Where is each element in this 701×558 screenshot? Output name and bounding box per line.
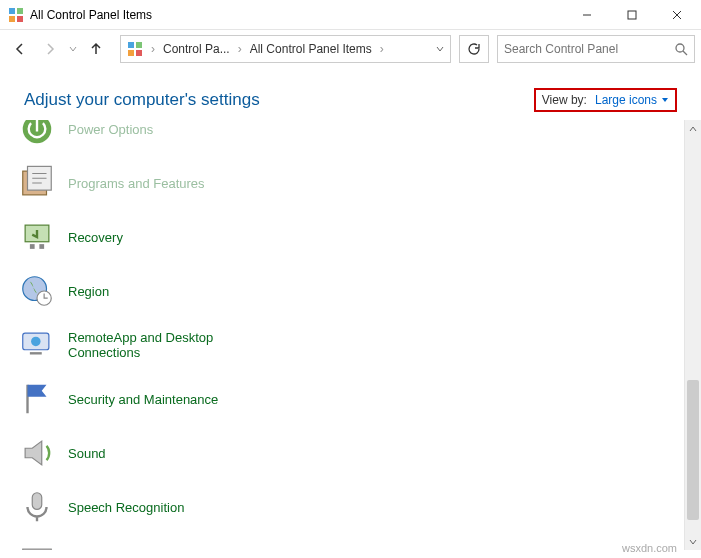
forward-button[interactable] bbox=[36, 35, 64, 63]
svg-point-24 bbox=[31, 337, 41, 347]
recovery-icon bbox=[18, 218, 56, 256]
region-icon bbox=[18, 272, 56, 310]
watermark: wsxdn.com bbox=[622, 542, 677, 554]
search-box[interactable] bbox=[497, 35, 695, 63]
svg-rect-26 bbox=[23, 549, 52, 550]
storage-icon bbox=[18, 542, 56, 550]
search-icon[interactable] bbox=[674, 42, 688, 56]
cpl-item-flag[interactable]: Security and Maintenance bbox=[14, 372, 254, 426]
navbar: › Control Pa... › All Control Panel Item… bbox=[0, 30, 701, 68]
cpl-item-label: Recovery bbox=[68, 230, 123, 245]
breadcrumb-root[interactable]: Control Pa... bbox=[157, 36, 236, 62]
svg-rect-8 bbox=[128, 42, 134, 48]
cpl-item-sound[interactable]: Sound bbox=[14, 426, 254, 480]
cpl-item-label: Region bbox=[68, 284, 109, 299]
scroll-thumb[interactable] bbox=[687, 380, 699, 520]
power-icon bbox=[18, 120, 56, 148]
titlebar: All Control Panel Items bbox=[0, 0, 701, 30]
mic-icon bbox=[18, 488, 56, 526]
refresh-button[interactable] bbox=[459, 35, 489, 63]
svg-rect-23 bbox=[30, 352, 42, 354]
flag-icon bbox=[18, 380, 56, 418]
svg-rect-10 bbox=[128, 50, 134, 56]
svg-rect-18 bbox=[30, 244, 35, 249]
cpl-item-label: Security and Maintenance bbox=[68, 392, 218, 407]
svg-rect-5 bbox=[628, 11, 636, 19]
cpl-item-power[interactable]: Power Options bbox=[14, 120, 254, 156]
cpl-item-label: Power Options bbox=[68, 122, 153, 137]
minimize-button[interactable] bbox=[564, 1, 609, 29]
scrollbar[interactable] bbox=[684, 120, 701, 550]
svg-line-13 bbox=[683, 51, 687, 55]
programs-icon bbox=[18, 164, 56, 202]
search-input[interactable] bbox=[504, 42, 674, 56]
svg-point-12 bbox=[676, 44, 684, 52]
cpl-item-label: Speech Recognition bbox=[68, 500, 184, 515]
svg-rect-11 bbox=[136, 50, 142, 56]
svg-rect-19 bbox=[39, 244, 44, 249]
close-button[interactable] bbox=[654, 1, 699, 29]
scroll-up-button[interactable] bbox=[685, 120, 701, 137]
cpl-item-remote[interactable]: RemoteApp and Desktop Connections bbox=[14, 318, 254, 372]
view-by-label: View by: bbox=[542, 93, 587, 107]
svg-rect-25 bbox=[32, 493, 42, 510]
history-dropdown[interactable] bbox=[66, 45, 80, 53]
chevron-right-icon[interactable]: › bbox=[149, 42, 157, 56]
chevron-down-icon bbox=[661, 96, 669, 104]
chevron-right-icon[interactable]: › bbox=[236, 42, 244, 56]
cpl-item-programs[interactable]: Programs and Features bbox=[14, 156, 254, 210]
page-title: Adjust your computer's settings bbox=[24, 90, 534, 110]
up-button[interactable] bbox=[82, 35, 110, 63]
cpl-item-label: Sound bbox=[68, 446, 106, 461]
scroll-down-button[interactable] bbox=[685, 533, 701, 550]
svg-rect-3 bbox=[17, 16, 23, 22]
breadcrumb-current[interactable]: All Control Panel Items bbox=[244, 36, 378, 62]
svg-rect-1 bbox=[17, 8, 23, 14]
items-grid: Power OptionsPrograms and FeaturesRecove… bbox=[0, 120, 680, 550]
sound-icon bbox=[18, 434, 56, 472]
cpl-item-label: Programs and Features bbox=[68, 176, 205, 191]
control-panel-icon bbox=[8, 7, 24, 23]
maximize-button[interactable] bbox=[609, 1, 654, 29]
cpl-item-recovery[interactable]: Recovery bbox=[14, 210, 254, 264]
svg-rect-9 bbox=[136, 42, 142, 48]
content-header: Adjust your computer's settings View by:… bbox=[0, 68, 701, 120]
svg-rect-2 bbox=[9, 16, 15, 22]
cpl-item-storage[interactable]: Storage Spaces bbox=[14, 534, 254, 550]
scroll-area: Power OptionsPrograms and FeaturesRecove… bbox=[0, 120, 701, 550]
address-dropdown[interactable] bbox=[428, 36, 450, 62]
cpl-item-label: RemoteApp and Desktop Connections bbox=[68, 330, 248, 360]
view-by-selector[interactable]: View by: Large icons bbox=[534, 88, 677, 112]
back-button[interactable] bbox=[6, 35, 34, 63]
breadcrumb-icon[interactable] bbox=[121, 36, 149, 62]
address-bar[interactable]: › Control Pa... › All Control Panel Item… bbox=[120, 35, 451, 63]
view-by-value[interactable]: Large icons bbox=[595, 93, 669, 107]
cpl-item-region[interactable]: Region bbox=[14, 264, 254, 318]
chevron-right-icon[interactable]: › bbox=[378, 42, 386, 56]
svg-rect-0 bbox=[9, 8, 15, 14]
cpl-item-mic[interactable]: Speech Recognition bbox=[14, 480, 254, 534]
window-title: All Control Panel Items bbox=[30, 8, 564, 22]
remote-icon bbox=[18, 326, 56, 364]
